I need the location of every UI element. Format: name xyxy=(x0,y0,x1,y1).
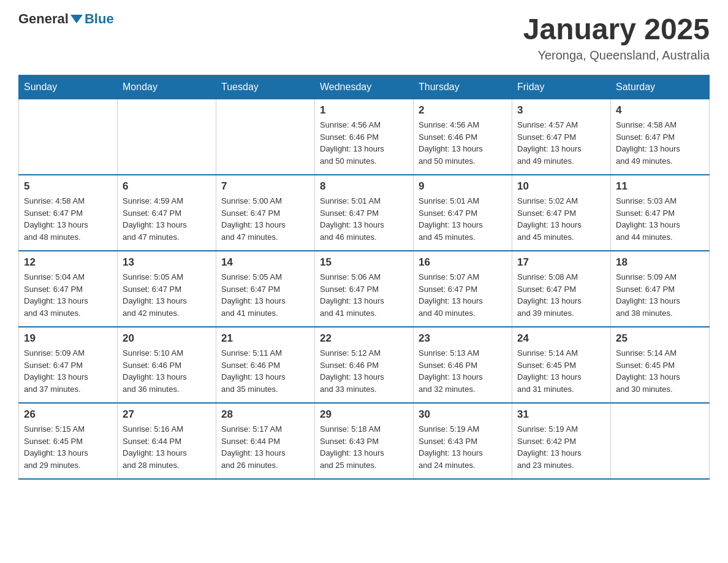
calendar-cell: 9Sunrise: 5:01 AM Sunset: 6:47 PM Daylig… xyxy=(414,175,512,251)
day-number: 27 xyxy=(123,408,211,421)
day-info: Sunrise: 5:01 AM Sunset: 6:47 PM Dayligh… xyxy=(320,195,408,243)
logo-blue-text: Blue xyxy=(85,12,114,26)
day-number: 13 xyxy=(123,256,211,269)
calendar-cell: 25Sunrise: 5:14 AM Sunset: 6:45 PM Dayli… xyxy=(611,327,710,403)
calendar-cell: 13Sunrise: 5:05 AM Sunset: 6:47 PM Dayli… xyxy=(118,251,216,327)
day-info: Sunrise: 5:17 AM Sunset: 6:44 PM Dayligh… xyxy=(221,423,309,471)
calendar-cell: 11Sunrise: 5:03 AM Sunset: 6:47 PM Dayli… xyxy=(611,175,710,251)
calendar-body: 1Sunrise: 4:56 AM Sunset: 6:46 PM Daylig… xyxy=(19,99,710,480)
day-header-monday: Monday xyxy=(118,75,216,99)
day-info: Sunrise: 5:03 AM Sunset: 6:47 PM Dayligh… xyxy=(616,195,704,243)
day-number: 9 xyxy=(419,180,507,193)
calendar-cell: 12Sunrise: 5:04 AM Sunset: 6:47 PM Dayli… xyxy=(19,251,118,327)
day-number: 3 xyxy=(517,104,605,117)
day-number: 15 xyxy=(320,256,408,269)
day-header-friday: Friday xyxy=(512,75,611,99)
day-info: Sunrise: 5:09 AM Sunset: 6:47 PM Dayligh… xyxy=(616,271,704,319)
logo: General Blue xyxy=(18,12,114,26)
calendar-cell: 6Sunrise: 4:59 AM Sunset: 6:47 PM Daylig… xyxy=(118,175,216,251)
calendar-week-5: 26Sunrise: 5:15 AM Sunset: 6:45 PM Dayli… xyxy=(19,403,710,479)
day-info: Sunrise: 5:13 AM Sunset: 6:46 PM Dayligh… xyxy=(419,347,507,395)
day-info: Sunrise: 5:14 AM Sunset: 6:45 PM Dayligh… xyxy=(616,347,704,395)
calendar-cell xyxy=(611,403,710,479)
calendar-cell: 28Sunrise: 5:17 AM Sunset: 6:44 PM Dayli… xyxy=(216,403,315,479)
calendar-cell: 15Sunrise: 5:06 AM Sunset: 6:47 PM Dayli… xyxy=(315,251,414,327)
calendar-cell: 19Sunrise: 5:09 AM Sunset: 6:47 PM Dayli… xyxy=(19,327,118,403)
calendar-cell: 1Sunrise: 4:56 AM Sunset: 6:46 PM Daylig… xyxy=(315,99,414,175)
month-title: January 2025 xyxy=(523,12,710,46)
calendar-cell: 24Sunrise: 5:14 AM Sunset: 6:45 PM Dayli… xyxy=(512,327,611,403)
day-number: 10 xyxy=(517,180,605,193)
days-of-week-row: SundayMondayTuesdayWednesdayThursdayFrid… xyxy=(19,75,710,99)
calendar-cell xyxy=(118,99,216,175)
day-info: Sunrise: 5:02 AM Sunset: 6:47 PM Dayligh… xyxy=(517,195,605,243)
day-info: Sunrise: 5:15 AM Sunset: 6:45 PM Dayligh… xyxy=(24,423,112,471)
day-info: Sunrise: 4:59 AM Sunset: 6:47 PM Dayligh… xyxy=(123,195,211,243)
calendar-cell: 23Sunrise: 5:13 AM Sunset: 6:46 PM Dayli… xyxy=(414,327,512,403)
day-info: Sunrise: 5:09 AM Sunset: 6:47 PM Dayligh… xyxy=(24,347,112,395)
day-number: 28 xyxy=(221,408,309,421)
calendar-cell: 21Sunrise: 5:11 AM Sunset: 6:46 PM Dayli… xyxy=(216,327,315,403)
day-info: Sunrise: 5:05 AM Sunset: 6:47 PM Dayligh… xyxy=(221,271,309,319)
day-info: Sunrise: 5:19 AM Sunset: 6:42 PM Dayligh… xyxy=(517,423,605,471)
day-info: Sunrise: 5:04 AM Sunset: 6:47 PM Dayligh… xyxy=(24,271,112,319)
logo-general-text: General xyxy=(18,12,69,26)
page-header: General Blue January 2025 Yeronga, Queen… xyxy=(18,12,710,63)
calendar-cell: 14Sunrise: 5:05 AM Sunset: 6:47 PM Dayli… xyxy=(216,251,315,327)
day-header-saturday: Saturday xyxy=(611,75,710,99)
calendar-cell xyxy=(216,99,315,175)
calendar-cell xyxy=(19,99,118,175)
day-header-thursday: Thursday xyxy=(414,75,512,99)
day-number: 26 xyxy=(24,408,112,421)
day-header-tuesday: Tuesday xyxy=(216,75,315,99)
day-number: 16 xyxy=(419,256,507,269)
day-info: Sunrise: 4:58 AM Sunset: 6:47 PM Dayligh… xyxy=(616,119,704,167)
calendar-cell: 3Sunrise: 4:57 AM Sunset: 6:47 PM Daylig… xyxy=(512,99,611,175)
calendar-cell: 20Sunrise: 5:10 AM Sunset: 6:46 PM Dayli… xyxy=(118,327,216,403)
day-info: Sunrise: 4:57 AM Sunset: 6:47 PM Dayligh… xyxy=(517,119,605,167)
day-info: Sunrise: 5:16 AM Sunset: 6:44 PM Dayligh… xyxy=(123,423,211,471)
day-info: Sunrise: 5:11 AM Sunset: 6:46 PM Dayligh… xyxy=(221,347,309,395)
calendar-cell: 7Sunrise: 5:00 AM Sunset: 6:47 PM Daylig… xyxy=(216,175,315,251)
day-header-sunday: Sunday xyxy=(19,75,118,99)
day-number: 1 xyxy=(320,104,408,117)
day-number: 25 xyxy=(616,332,704,345)
calendar-cell: 2Sunrise: 4:56 AM Sunset: 6:46 PM Daylig… xyxy=(414,99,512,175)
day-number: 21 xyxy=(221,332,309,345)
calendar-cell: 26Sunrise: 5:15 AM Sunset: 6:45 PM Dayli… xyxy=(19,403,118,479)
day-number: 14 xyxy=(221,256,309,269)
day-number: 31 xyxy=(517,408,605,421)
day-info: Sunrise: 5:18 AM Sunset: 6:43 PM Dayligh… xyxy=(320,423,408,471)
calendar-table: SundayMondayTuesdayWednesdayThursdayFrid… xyxy=(18,75,710,480)
calendar-cell: 22Sunrise: 5:12 AM Sunset: 6:46 PM Dayli… xyxy=(315,327,414,403)
calendar-week-4: 19Sunrise: 5:09 AM Sunset: 6:47 PM Dayli… xyxy=(19,327,710,403)
day-header-wednesday: Wednesday xyxy=(315,75,414,99)
day-number: 11 xyxy=(616,180,704,193)
day-info: Sunrise: 5:05 AM Sunset: 6:47 PM Dayligh… xyxy=(123,271,211,319)
day-number: 4 xyxy=(616,104,704,117)
day-info: Sunrise: 4:56 AM Sunset: 6:46 PM Dayligh… xyxy=(320,119,408,167)
day-info: Sunrise: 5:08 AM Sunset: 6:47 PM Dayligh… xyxy=(517,271,605,319)
day-info: Sunrise: 5:12 AM Sunset: 6:46 PM Dayligh… xyxy=(320,347,408,395)
day-number: 24 xyxy=(517,332,605,345)
day-info: Sunrise: 5:07 AM Sunset: 6:47 PM Dayligh… xyxy=(419,271,507,319)
calendar-cell: 31Sunrise: 5:19 AM Sunset: 6:42 PM Dayli… xyxy=(512,403,611,479)
day-number: 2 xyxy=(419,104,507,117)
calendar-cell: 4Sunrise: 4:58 AM Sunset: 6:47 PM Daylig… xyxy=(611,99,710,175)
location-text: Yeronga, Queensland, Australia xyxy=(523,48,710,63)
day-number: 29 xyxy=(320,408,408,421)
day-info: Sunrise: 5:01 AM Sunset: 6:47 PM Dayligh… xyxy=(419,195,507,243)
calendar-cell: 5Sunrise: 4:58 AM Sunset: 6:47 PM Daylig… xyxy=(19,175,118,251)
calendar-week-3: 12Sunrise: 5:04 AM Sunset: 6:47 PM Dayli… xyxy=(19,251,710,327)
day-number: 22 xyxy=(320,332,408,345)
calendar-cell: 17Sunrise: 5:08 AM Sunset: 6:47 PM Dayli… xyxy=(512,251,611,327)
calendar-header: SundayMondayTuesdayWednesdayThursdayFrid… xyxy=(19,75,710,99)
calendar-week-1: 1Sunrise: 4:56 AM Sunset: 6:46 PM Daylig… xyxy=(19,99,710,175)
day-info: Sunrise: 4:58 AM Sunset: 6:47 PM Dayligh… xyxy=(24,195,112,243)
day-number: 8 xyxy=(320,180,408,193)
day-info: Sunrise: 5:14 AM Sunset: 6:45 PM Dayligh… xyxy=(517,347,605,395)
day-number: 5 xyxy=(24,180,112,193)
day-info: Sunrise: 4:56 AM Sunset: 6:46 PM Dayligh… xyxy=(419,119,507,167)
calendar-week-2: 5Sunrise: 4:58 AM Sunset: 6:47 PM Daylig… xyxy=(19,175,710,251)
day-number: 7 xyxy=(221,180,309,193)
